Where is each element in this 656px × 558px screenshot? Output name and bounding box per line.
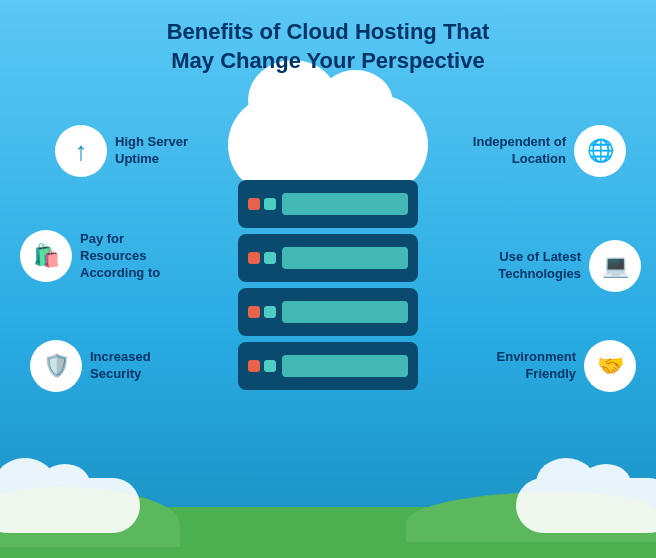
feature-icon-tech: 💻: [589, 240, 641, 292]
title-area: Benefits of Cloud Hosting That May Chang…: [0, 0, 656, 85]
feature-latest-tech: Use of Latest Technologies 💻: [481, 240, 641, 292]
server-bar: [282, 193, 408, 215]
light-red-3: [248, 306, 260, 318]
server-unit-3: [238, 288, 418, 336]
light-red-4: [248, 360, 260, 372]
feature-icon-location: 🌐: [574, 125, 626, 177]
feature-label-location: Independent of Location: [466, 134, 566, 168]
server-stack: [238, 180, 418, 390]
server-lights-4: [248, 360, 276, 372]
feature-icon-security: 🛡️: [30, 340, 82, 392]
feature-independent-location: Independent of Location 🌐: [466, 125, 626, 177]
main-content: ↑ High Server Uptime 🛍️ Pay for Resource…: [0, 85, 656, 558]
globe-icon: 🌐: [587, 138, 614, 164]
center-illustration: [218, 95, 438, 390]
server-unit-4: [238, 342, 418, 390]
handshake-icon: 🤝: [597, 353, 624, 379]
light-teal-2: [264, 252, 276, 264]
feature-environment-friendly: Environment Friendly 🤝: [476, 340, 636, 392]
server-bar-3: [282, 301, 408, 323]
light-teal-3: [264, 306, 276, 318]
feature-icon-server-uptime: ↑: [55, 125, 107, 177]
bag-icon: 🛍️: [33, 243, 60, 269]
feature-label-pay-resources: Pay for Resources According to: [80, 231, 180, 282]
server-lights-3: [248, 306, 276, 318]
arrow-up-icon: ↑: [75, 136, 88, 167]
feature-label-tech: Use of Latest Technologies: [481, 249, 581, 283]
light-teal-4: [264, 360, 276, 372]
feature-label-security: Increased Security: [90, 349, 190, 383]
server-lights-1: [248, 198, 276, 210]
server-bar-2: [282, 247, 408, 269]
feature-server-uptime: ↑ High Server Uptime: [55, 125, 215, 177]
feature-pay-resources: 🛍️ Pay for Resources According to: [20, 230, 180, 282]
shield-icon: 🛡️: [43, 353, 70, 379]
feature-label-server-uptime: High Server Uptime: [115, 134, 215, 168]
light-teal: [264, 198, 276, 210]
server-bar-4: [282, 355, 408, 377]
server-lights-2: [248, 252, 276, 264]
server-unit-2: [238, 234, 418, 282]
cloud-bottom-right: [516, 478, 656, 533]
light-red-2: [248, 252, 260, 264]
server-unit-1: [238, 180, 418, 228]
page-title: Benefits of Cloud Hosting That May Chang…: [60, 18, 596, 75]
laptop-icon: 💻: [602, 253, 629, 279]
feature-icon-environment: 🤝: [584, 340, 636, 392]
cloud-bottom-left: [0, 478, 140, 533]
light-red: [248, 198, 260, 210]
feature-increased-security: 🛡️ Increased Security: [30, 340, 190, 392]
feature-icon-pay-resources: 🛍️: [20, 230, 72, 282]
feature-label-environment: Environment Friendly: [476, 349, 576, 383]
